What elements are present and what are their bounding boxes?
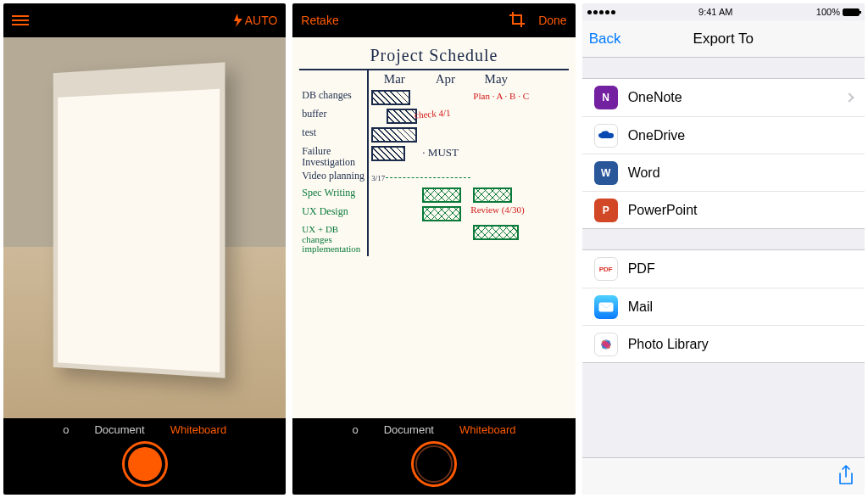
powerpoint-icon: P bbox=[594, 199, 618, 222]
flash-toggle[interactable]: AUTO bbox=[234, 14, 278, 27]
back-button[interactable]: Back bbox=[589, 31, 621, 48]
row-db-changes: DB changes bbox=[299, 88, 369, 107]
row-ux: UX Design bbox=[299, 204, 369, 223]
col-may: May bbox=[470, 70, 521, 88]
onenote-icon: N bbox=[594, 86, 618, 109]
col-apr: Apr bbox=[420, 70, 470, 88]
battery-indicator: 100% bbox=[816, 7, 860, 17]
mode-whiteboard[interactable]: Whiteboard bbox=[170, 423, 226, 436]
chevron-right-icon bbox=[844, 92, 854, 102]
list-label: PowerPoint bbox=[628, 203, 698, 218]
export-pdf[interactable]: PDF PDF bbox=[582, 250, 865, 288]
onedrive-icon bbox=[594, 124, 618, 148]
export-onedrive[interactable]: OneDrive bbox=[582, 116, 865, 154]
list-label: Word bbox=[628, 165, 660, 181]
annotation-must: · MUST bbox=[420, 144, 470, 169]
menu-button[interactable] bbox=[12, 15, 29, 25]
nav-bar: Back Export To bbox=[582, 20, 865, 58]
whiteboard-in-scene bbox=[53, 62, 225, 378]
status-time: 9:41 AM bbox=[698, 7, 732, 17]
mode-photo[interactable]: o bbox=[63, 423, 69, 436]
export-photo-library[interactable]: Photo Library bbox=[582, 325, 865, 362]
col-mar: Mar bbox=[369, 70, 420, 88]
retake-button[interactable]: Retake bbox=[301, 14, 338, 27]
row-failure: Failure Investigation bbox=[299, 144, 369, 169]
crop-icon bbox=[509, 12, 525, 27]
ios-status-bar: 9:41 AM 100% bbox=[582, 3, 865, 20]
photos-icon bbox=[594, 333, 618, 356]
mode-document[interactable]: Document bbox=[384, 423, 434, 436]
export-apps-group: N OneNote OneDrive W Word P PowerPoint bbox=[582, 78, 865, 229]
nav-title: Export To bbox=[693, 31, 754, 48]
mode-whiteboard[interactable]: Whiteboard bbox=[459, 423, 515, 436]
shutter-button[interactable] bbox=[411, 441, 457, 487]
whiteboard-title: Project Schedule bbox=[299, 46, 568, 65]
flash-icon bbox=[234, 14, 242, 27]
camera-viewfinder[interactable] bbox=[3, 37, 286, 418]
annotation-review: Review (4/30) bbox=[470, 204, 524, 215]
capture-mode-selector[interactable]: o Document Whiteboard bbox=[353, 418, 516, 436]
done-button[interactable]: Done bbox=[538, 14, 566, 27]
export-powerpoint[interactable]: P PowerPoint bbox=[582, 191, 865, 228]
bottom-toolbar bbox=[582, 457, 865, 495]
crop-button[interactable] bbox=[509, 12, 525, 30]
list-label: OneDrive bbox=[628, 128, 686, 143]
capture-mode-selector[interactable]: o Document Whiteboard bbox=[63, 418, 226, 436]
captured-whiteboard: Project Schedule Mar Apr May DB changes … bbox=[292, 37, 575, 418]
camera-top-bar: AUTO bbox=[3, 3, 286, 37]
row-uxdb: UX + DB changes implementation bbox=[299, 223, 369, 256]
list-label: PDF bbox=[628, 261, 655, 277]
signal-icon bbox=[587, 10, 615, 14]
camera-bottom-bar: o Document Whiteboard bbox=[3, 418, 286, 495]
export-other-group: PDF PDF Mail bbox=[582, 249, 865, 363]
word-icon: W bbox=[594, 161, 618, 185]
share-button[interactable] bbox=[837, 465, 854, 489]
row-spec: Spec Writing bbox=[299, 186, 369, 204]
pdf-icon: PDF bbox=[594, 257, 618, 281]
battery-percent: 100% bbox=[816, 7, 840, 17]
mode-document[interactable]: Document bbox=[94, 423, 144, 436]
row-test: test bbox=[299, 126, 369, 144]
row-buffer: buffer bbox=[299, 107, 369, 126]
mode-photo[interactable]: o bbox=[353, 423, 359, 436]
annotation-plan: Plan · A · B · C bbox=[473, 91, 529, 101]
camera-capture-panel: AUTO o Document Whiteboard bbox=[3, 3, 286, 495]
list-label: Mail bbox=[628, 299, 653, 315]
whiteboard-grid: Mar Apr May DB changes Plan · A · B · C … bbox=[299, 69, 568, 256]
annotation-check: check 4/1 bbox=[415, 108, 451, 120]
export-panel: 9:41 AM 100% Back Export To N OneNote On… bbox=[582, 3, 865, 495]
list-label: OneNote bbox=[628, 90, 682, 105]
review-top-bar: Retake Done bbox=[292, 3, 575, 37]
share-icon bbox=[837, 465, 854, 485]
export-mail[interactable]: Mail bbox=[582, 288, 865, 325]
mail-icon bbox=[594, 295, 618, 319]
annotation-date: 3/17 bbox=[371, 174, 385, 182]
flash-mode-label: AUTO bbox=[245, 14, 278, 27]
review-bottom-bar: o Document Whiteboard bbox=[292, 418, 575, 495]
export-onenote[interactable]: N OneNote bbox=[582, 79, 865, 116]
export-word[interactable]: W Word bbox=[582, 154, 865, 191]
row-video: Video planning bbox=[299, 169, 369, 186]
list-label: Photo Library bbox=[628, 337, 709, 352]
shutter-button[interactable] bbox=[122, 441, 168, 487]
review-panel: Retake Done Project Schedule Mar Apr May… bbox=[292, 3, 575, 495]
